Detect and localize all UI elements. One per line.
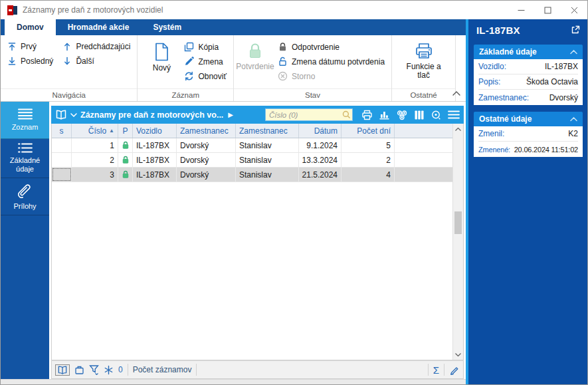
filter-button[interactable] [89, 364, 99, 375]
new-label: Nový [153, 64, 171, 72]
functions-print-button[interactable]: Funkcie a tlač [399, 41, 448, 80]
column-header-zamestnanec-2[interactable]: Zamestnanec [236, 124, 299, 138]
sum-button[interactable]: Σ [433, 364, 439, 376]
field-value: Škoda Octavia [526, 77, 578, 86]
chevron-up-icon [452, 91, 460, 96]
automation-button[interactable] [396, 110, 408, 120]
cell-meno: Stanislav [236, 153, 299, 167]
sidebar-item-zoznam[interactable]: Zoznam [1, 102, 49, 139]
column-header-zamestnanec-1[interactable]: Zamestnanec [177, 124, 236, 138]
data-grid: s Číslo ▲ P Vozidlo Zamestnanec Zamestna… [51, 124, 464, 360]
tab-domov[interactable]: Domov [5, 19, 56, 35]
column-header-p[interactable]: P [118, 124, 133, 138]
scroll-down-button[interactable] [453, 349, 463, 360]
box-icon [74, 365, 84, 375]
unconfirm-button[interactable]: Odpotvrdenie [278, 42, 385, 52]
change-label: Zmena [198, 57, 223, 66]
grid-menu-button[interactable] [448, 110, 460, 119]
book-icon [57, 366, 68, 374]
cell-cislo: 2 [72, 153, 118, 167]
chart-button[interactable] [379, 110, 390, 120]
filter-count: 0 [118, 365, 123, 374]
arrow-up-icon [62, 42, 72, 51]
ribbon-collapse-button[interactable] [452, 91, 460, 96]
maximize-button[interactable] [534, 1, 561, 19]
first-button[interactable]: Prvý [7, 42, 53, 51]
cell-pocet-dni: 4 [342, 168, 395, 182]
tab-system[interactable]: Systém [141, 19, 193, 35]
minimize-button[interactable] [508, 1, 534, 19]
columns-icon [414, 110, 425, 120]
column-header-datum[interactable]: Dátum [299, 124, 342, 138]
copy-button[interactable]: Kópia [184, 42, 227, 52]
gears-cluster-icon [396, 110, 408, 120]
sidebar-item-label: Základné údaje [2, 156, 48, 174]
table-row-selected[interactable]: 3 IL-187BX Dvorský Stanislav 21.5.2024 4 [52, 168, 452, 182]
list-menu-icon [17, 108, 33, 120]
table-row[interactable]: 2 IL-187BX Dvorský Stanislav 13.3.2024 2 [52, 153, 452, 168]
close-button[interactable] [561, 1, 587, 19]
columns-button[interactable] [414, 110, 425, 120]
scrollbar-track[interactable] [453, 134, 463, 349]
cancel-circle-icon [278, 71, 288, 81]
previous-button[interactable]: Predchádzajúci [62, 42, 130, 51]
navigation-group-label: Navigácia [1, 88, 137, 101]
cell-cislo: 1 [72, 138, 118, 152]
container-button[interactable] [74, 365, 84, 375]
edit-pen-button[interactable] [449, 365, 460, 375]
cancel-button[interactable]: Storno [278, 71, 385, 81]
column-header-pocet-dni[interactable]: Počet dní [342, 124, 395, 138]
scroll-up-button[interactable] [453, 124, 463, 134]
book-icon [55, 110, 67, 120]
last-label: Posledný [21, 57, 53, 66]
last-button[interactable]: Posledný [7, 57, 53, 66]
table-row[interactable]: 1 IL-187BX Dvorský Stanislav 9.1.2024 5 [52, 138, 452, 153]
scroll-up-icon [455, 128, 461, 131]
new-document-icon [153, 42, 170, 62]
search-input[interactable] [265, 108, 353, 121]
cell-pocet-dni: 5 [342, 138, 395, 152]
search-box [265, 108, 353, 121]
section-header[interactable]: Základné údaje [474, 45, 583, 59]
column-header-cislo[interactable]: Číslo ▲ [72, 124, 118, 138]
asterisk-icon [104, 365, 114, 375]
book-view-toggle[interactable] [55, 364, 70, 376]
cell-datum: 21.5.2024 [299, 168, 342, 182]
sort-asc-icon: ▲ [109, 128, 114, 134]
book-view-button[interactable] [55, 110, 67, 120]
refresh-button[interactable]: Obnoviť [184, 71, 227, 81]
column-header-vozidlo[interactable]: Vozidlo [133, 124, 177, 138]
popout-button[interactable] [571, 25, 580, 35]
cell-vozidlo: IL-187BX [133, 153, 177, 167]
detail-panel: IL-187BX Základné údaje Vozidlo: IL-187B… [468, 19, 588, 385]
vertical-scrollbar[interactable] [452, 124, 463, 360]
lock-open-icon [278, 57, 288, 66]
cell-datum: 13.3.2024 [299, 153, 342, 167]
view-dropdown-button[interactable] [70, 113, 77, 117]
copy-label: Kópia [198, 43, 219, 52]
settings-button[interactable] [431, 110, 442, 120]
panel-title: IL-187BX [476, 25, 520, 36]
new-button[interactable]: Nový [143, 41, 180, 72]
section-header[interactable]: Ostatné údaje [474, 112, 583, 126]
column-header-s[interactable]: s [52, 124, 72, 138]
ribbon-tab-bar: Domov Hromadné akcie Systém [1, 19, 467, 35]
sidebar-item-prilohy[interactable]: Prílohy [1, 178, 49, 215]
change-confirm-date-button[interactable]: Zmena dátumu potvrdenia [278, 57, 385, 66]
filter-asterisk-button[interactable] [104, 365, 114, 375]
window-title: Záznamy pre daň z motorových vozidiel [23, 5, 163, 15]
change-button[interactable]: Zmena [184, 57, 227, 66]
sidebar-item-zakladne-udaje[interactable]: Základné údaje [1, 139, 49, 178]
lock-status-icon [118, 153, 133, 167]
next-button[interactable]: Ďalší [62, 57, 130, 66]
print-button[interactable] [361, 110, 373, 120]
section-ostatne-udaje: Ostatné údaje Zmenil: K2 Zmenené: 20.06.… [474, 112, 583, 157]
panel-header: IL-187BX [468, 19, 588, 41]
confirm-button[interactable]: Potvrdenie [237, 41, 274, 71]
run-filter-button[interactable]: ▶ [228, 111, 233, 118]
field-value: K2 [568, 129, 578, 138]
main-area: Záznamy pre daň z motorových vo... ▶ [51, 102, 464, 379]
scrollbar-thumb[interactable] [454, 211, 462, 234]
field-label: Vozidlo: [478, 62, 506, 71]
tab-hromadne-akcie[interactable]: Hromadné akcie [56, 19, 142, 35]
